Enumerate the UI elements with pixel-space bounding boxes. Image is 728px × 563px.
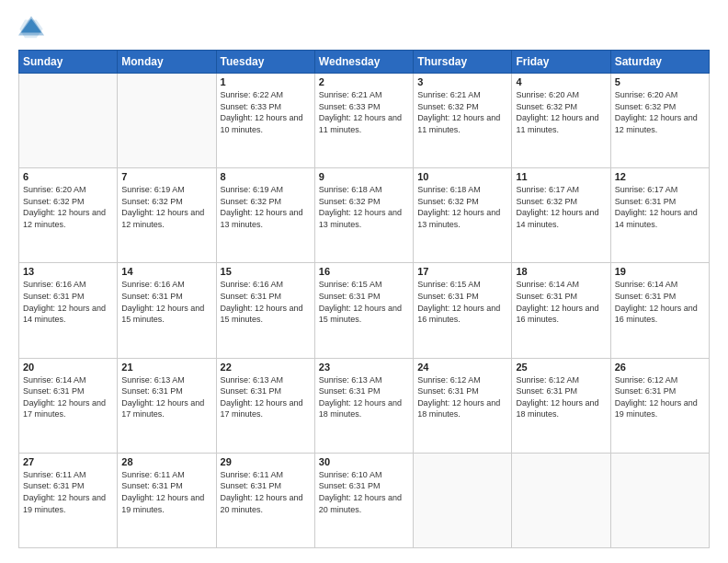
day-number: 27 bbox=[23, 456, 113, 467]
calendar-cell: 15Sunrise: 6:16 AM Sunset: 6:31 PM Dayli… bbox=[216, 263, 314, 358]
calendar-cell bbox=[512, 453, 610, 547]
day-number: 16 bbox=[319, 266, 409, 277]
weekday-header: Thursday bbox=[414, 51, 512, 74]
day-info: Sunrise: 6:19 AM Sunset: 6:32 PM Dayligh… bbox=[121, 184, 211, 230]
day-info: Sunrise: 6:14 AM Sunset: 6:31 PM Dayligh… bbox=[23, 374, 113, 420]
calendar-cell bbox=[414, 453, 512, 547]
calendar-cell: 12Sunrise: 6:17 AM Sunset: 6:31 PM Dayli… bbox=[610, 168, 709, 263]
day-number: 11 bbox=[516, 171, 606, 182]
calendar-cell bbox=[610, 453, 709, 547]
day-info: Sunrise: 6:22 AM Sunset: 6:33 PM Dayligh… bbox=[221, 89, 311, 135]
day-number: 25 bbox=[516, 362, 606, 373]
day-info: Sunrise: 6:16 AM Sunset: 6:31 PM Dayligh… bbox=[221, 279, 311, 325]
weekday-header: Friday bbox=[512, 51, 610, 74]
day-number: 15 bbox=[221, 266, 311, 277]
calendar-cell: 25Sunrise: 6:12 AM Sunset: 6:31 PM Dayli… bbox=[512, 358, 610, 453]
weekday-header: Saturday bbox=[610, 51, 709, 74]
day-info: Sunrise: 6:11 AM Sunset: 6:31 PM Dayligh… bbox=[121, 469, 211, 515]
day-number: 29 bbox=[221, 456, 311, 467]
calendar-cell: 14Sunrise: 6:16 AM Sunset: 6:31 PM Dayli… bbox=[118, 263, 216, 358]
day-info: Sunrise: 6:17 AM Sunset: 6:32 PM Dayligh… bbox=[516, 184, 606, 230]
day-number: 4 bbox=[516, 76, 606, 87]
logo-icon bbox=[18, 15, 44, 40]
day-number: 6 bbox=[23, 171, 113, 182]
calendar-cell: 21Sunrise: 6:13 AM Sunset: 6:31 PM Dayli… bbox=[118, 358, 216, 453]
day-info: Sunrise: 6:13 AM Sunset: 6:31 PM Dayligh… bbox=[221, 374, 311, 420]
day-info: Sunrise: 6:13 AM Sunset: 6:31 PM Dayligh… bbox=[121, 374, 211, 420]
day-info: Sunrise: 6:20 AM Sunset: 6:32 PM Dayligh… bbox=[615, 89, 705, 135]
day-number: 22 bbox=[221, 362, 311, 373]
day-number: 1 bbox=[221, 76, 311, 87]
calendar-cell: 26Sunrise: 6:12 AM Sunset: 6:31 PM Dayli… bbox=[610, 358, 709, 453]
day-info: Sunrise: 6:12 AM Sunset: 6:31 PM Dayligh… bbox=[417, 374, 507, 420]
day-number: 10 bbox=[417, 171, 507, 182]
day-info: Sunrise: 6:14 AM Sunset: 6:31 PM Dayligh… bbox=[516, 279, 606, 325]
day-number: 24 bbox=[417, 362, 507, 373]
calendar-cell: 20Sunrise: 6:14 AM Sunset: 6:31 PM Dayli… bbox=[19, 358, 118, 453]
day-info: Sunrise: 6:13 AM Sunset: 6:31 PM Dayligh… bbox=[319, 374, 409, 420]
day-info: Sunrise: 6:17 AM Sunset: 6:31 PM Dayligh… bbox=[615, 184, 705, 230]
day-number: 7 bbox=[121, 171, 211, 182]
calendar-cell: 27Sunrise: 6:11 AM Sunset: 6:31 PM Dayli… bbox=[19, 453, 118, 547]
day-info: Sunrise: 6:21 AM Sunset: 6:32 PM Dayligh… bbox=[417, 89, 507, 135]
calendar-cell: 18Sunrise: 6:14 AM Sunset: 6:31 PM Dayli… bbox=[512, 263, 610, 358]
calendar-cell: 10Sunrise: 6:18 AM Sunset: 6:32 PM Dayli… bbox=[414, 168, 512, 263]
calendar-cell: 9Sunrise: 6:18 AM Sunset: 6:32 PM Daylig… bbox=[314, 168, 413, 263]
page: SundayMondayTuesdayWednesdayThursdayFrid… bbox=[0, 0, 728, 563]
day-info: Sunrise: 6:16 AM Sunset: 6:31 PM Dayligh… bbox=[121, 279, 211, 325]
day-info: Sunrise: 6:12 AM Sunset: 6:31 PM Dayligh… bbox=[516, 374, 606, 420]
weekday-header: Monday bbox=[118, 51, 216, 74]
day-number: 13 bbox=[23, 266, 113, 277]
calendar-cell: 19Sunrise: 6:14 AM Sunset: 6:31 PM Dayli… bbox=[610, 263, 709, 358]
day-info: Sunrise: 6:18 AM Sunset: 6:32 PM Dayligh… bbox=[417, 184, 507, 230]
calendar-cell: 3Sunrise: 6:21 AM Sunset: 6:32 PM Daylig… bbox=[414, 74, 512, 168]
weekday-header: Sunday bbox=[19, 51, 118, 74]
calendar-cell: 4Sunrise: 6:20 AM Sunset: 6:32 PM Daylig… bbox=[512, 74, 610, 168]
day-number: 2 bbox=[319, 76, 409, 87]
logo bbox=[18, 15, 48, 40]
day-info: Sunrise: 6:12 AM Sunset: 6:31 PM Dayligh… bbox=[615, 374, 705, 420]
day-number: 12 bbox=[615, 171, 705, 182]
day-number: 23 bbox=[319, 362, 409, 373]
calendar-cell: 23Sunrise: 6:13 AM Sunset: 6:31 PM Dayli… bbox=[314, 358, 413, 453]
calendar-cell: 29Sunrise: 6:11 AM Sunset: 6:31 PM Dayli… bbox=[216, 453, 314, 547]
calendar-cell: 30Sunrise: 6:10 AM Sunset: 6:31 PM Dayli… bbox=[314, 453, 413, 547]
calendar-week-row: 20Sunrise: 6:14 AM Sunset: 6:31 PM Dayli… bbox=[19, 358, 710, 453]
day-info: Sunrise: 6:16 AM Sunset: 6:31 PM Dayligh… bbox=[23, 279, 113, 325]
weekday-header: Tuesday bbox=[216, 51, 314, 74]
day-info: Sunrise: 6:18 AM Sunset: 6:32 PM Dayligh… bbox=[319, 184, 409, 230]
day-number: 21 bbox=[121, 362, 211, 373]
day-info: Sunrise: 6:15 AM Sunset: 6:31 PM Dayligh… bbox=[319, 279, 409, 325]
calendar-cell: 28Sunrise: 6:11 AM Sunset: 6:31 PM Dayli… bbox=[118, 453, 216, 547]
calendar-week-row: 1Sunrise: 6:22 AM Sunset: 6:33 PM Daylig… bbox=[19, 74, 710, 168]
day-info: Sunrise: 6:11 AM Sunset: 6:31 PM Dayligh… bbox=[23, 469, 113, 515]
header bbox=[18, 15, 710, 40]
day-number: 26 bbox=[615, 362, 705, 373]
day-info: Sunrise: 6:19 AM Sunset: 6:32 PM Dayligh… bbox=[221, 184, 311, 230]
calendar-table: SundayMondayTuesdayWednesdayThursdayFrid… bbox=[18, 50, 710, 548]
calendar-cell: 16Sunrise: 6:15 AM Sunset: 6:31 PM Dayli… bbox=[314, 263, 413, 358]
calendar-cell: 8Sunrise: 6:19 AM Sunset: 6:32 PM Daylig… bbox=[216, 168, 314, 263]
calendar-cell: 17Sunrise: 6:15 AM Sunset: 6:31 PM Dayli… bbox=[414, 263, 512, 358]
calendar-cell: 1Sunrise: 6:22 AM Sunset: 6:33 PM Daylig… bbox=[216, 74, 314, 168]
calendar-cell: 7Sunrise: 6:19 AM Sunset: 6:32 PM Daylig… bbox=[118, 168, 216, 263]
calendar-header-row: SundayMondayTuesdayWednesdayThursdayFrid… bbox=[19, 51, 710, 74]
calendar-week-row: 27Sunrise: 6:11 AM Sunset: 6:31 PM Dayli… bbox=[19, 453, 710, 547]
day-info: Sunrise: 6:15 AM Sunset: 6:31 PM Dayligh… bbox=[417, 279, 507, 325]
day-info: Sunrise: 6:14 AM Sunset: 6:31 PM Dayligh… bbox=[615, 279, 705, 325]
day-number: 9 bbox=[319, 171, 409, 182]
day-info: Sunrise: 6:11 AM Sunset: 6:31 PM Dayligh… bbox=[221, 469, 311, 515]
calendar-cell bbox=[118, 74, 216, 168]
calendar-week-row: 13Sunrise: 6:16 AM Sunset: 6:31 PM Dayli… bbox=[19, 263, 710, 358]
day-number: 20 bbox=[23, 362, 113, 373]
calendar-week-row: 6Sunrise: 6:20 AM Sunset: 6:32 PM Daylig… bbox=[19, 168, 710, 263]
calendar-cell bbox=[19, 74, 118, 168]
day-number: 18 bbox=[516, 266, 606, 277]
day-info: Sunrise: 6:10 AM Sunset: 6:31 PM Dayligh… bbox=[319, 469, 409, 515]
calendar-cell: 24Sunrise: 6:12 AM Sunset: 6:31 PM Dayli… bbox=[414, 358, 512, 453]
weekday-header: Wednesday bbox=[314, 51, 413, 74]
day-info: Sunrise: 6:20 AM Sunset: 6:32 PM Dayligh… bbox=[23, 184, 113, 230]
day-number: 28 bbox=[121, 456, 211, 467]
calendar-cell: 11Sunrise: 6:17 AM Sunset: 6:32 PM Dayli… bbox=[512, 168, 610, 263]
day-number: 3 bbox=[417, 76, 507, 87]
